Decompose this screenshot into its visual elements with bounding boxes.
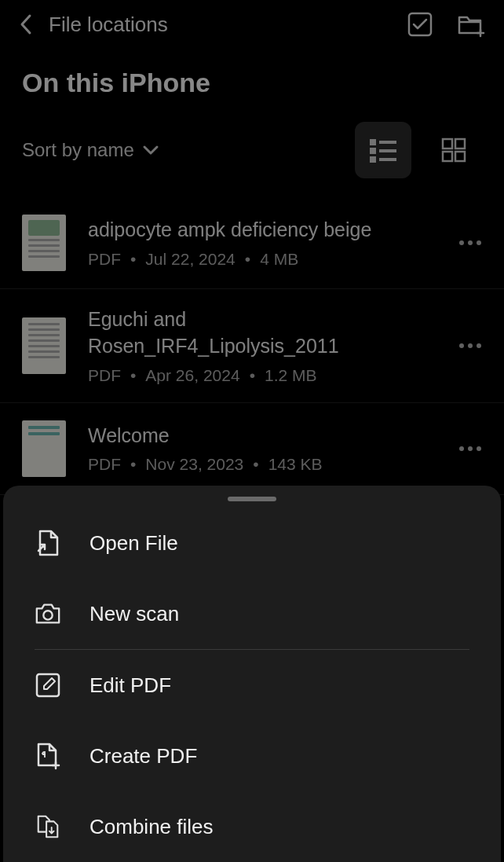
svg-point-20 <box>43 611 52 619</box>
file-list: adipocyte ampk deficiency beige PDF • Ju… <box>0 188 504 504</box>
file-size: 1.2 MB <box>265 366 317 385</box>
svg-point-14 <box>459 343 464 348</box>
sheet-item-label: New scan <box>89 602 179 626</box>
sheet-open-file[interactable]: Open File <box>3 508 501 578</box>
file-meta: PDF • Jul 22, 2024 • 4 MB <box>88 250 436 269</box>
svg-rect-10 <box>455 152 465 161</box>
file-name: Eguchi and Rosen_IRF4_Lipolysis_2011 <box>88 306 436 360</box>
separator-dot: • <box>130 366 136 385</box>
separator-dot: • <box>253 455 258 474</box>
more-horiz-icon <box>458 240 482 246</box>
file-thumbnail <box>22 317 66 374</box>
header: File locations <box>0 0 504 49</box>
svg-rect-6 <box>379 158 396 161</box>
checkbox-icon <box>407 11 433 38</box>
file-more-button[interactable] <box>458 446 482 452</box>
separator-dot: • <box>245 250 250 269</box>
sheet-item-label: Open File <box>89 531 178 556</box>
combine-files-icon <box>35 813 61 840</box>
separator-dot: • <box>130 455 136 474</box>
grid-view-button[interactable] <box>425 122 482 178</box>
file-date: Nov 23, 2023 <box>145 455 243 474</box>
sheet-item-label: Combine files <box>89 815 214 839</box>
file-size: 143 KB <box>268 455 323 474</box>
file-info: Welcome PDF • Nov 23, 2023 • 143 KB <box>88 423 436 475</box>
svg-point-17 <box>459 446 464 451</box>
svg-point-18 <box>468 446 473 451</box>
view-toggle <box>355 122 482 178</box>
file-date: Jul 22, 2024 <box>145 250 235 269</box>
more-horiz-icon <box>458 446 482 452</box>
sheet-drag-handle[interactable] <box>228 497 276 501</box>
svg-rect-4 <box>379 149 396 152</box>
file-name: adipocyte ampk deficiency beige <box>88 217 436 244</box>
file-name: Welcome <box>88 423 436 449</box>
folder-plus-icon <box>457 11 485 38</box>
svg-rect-0 <box>409 13 431 35</box>
page-title: On this iPhone <box>0 49 504 106</box>
sheet-combine-files[interactable]: Combine files <box>3 791 501 862</box>
svg-point-19 <box>477 446 481 451</box>
svg-rect-8 <box>455 139 465 149</box>
svg-point-12 <box>468 240 473 245</box>
svg-rect-7 <box>443 139 452 149</box>
grid-icon <box>440 137 467 163</box>
separator-dot: • <box>250 366 255 385</box>
svg-rect-21 <box>37 674 59 696</box>
chevron-down-icon <box>142 145 159 156</box>
pdf-plus-icon <box>35 743 61 769</box>
file-type: PDF <box>88 455 121 474</box>
more-horiz-icon <box>458 343 482 349</box>
svg-point-16 <box>477 343 481 348</box>
select-button[interactable] <box>407 11 433 38</box>
edit-icon <box>35 672 61 699</box>
file-size: 4 MB <box>260 250 298 269</box>
toolbar: Sort by name <box>0 106 504 188</box>
svg-rect-3 <box>370 148 376 154</box>
svg-rect-9 <box>443 152 452 161</box>
list-view-button[interactable] <box>355 122 411 178</box>
svg-rect-2 <box>379 141 396 144</box>
file-open-icon <box>35 530 61 556</box>
sheet-item-label: Edit PDF <box>89 673 171 698</box>
action-sheet: Open File New scan Edit PDF <box>3 486 501 862</box>
sheet-edit-pdf[interactable]: Edit PDF <box>3 650 501 721</box>
file-more-button[interactable] <box>458 240 482 246</box>
file-info: adipocyte ampk deficiency beige PDF • Ju… <box>88 217 436 269</box>
file-more-button[interactable] <box>458 343 482 349</box>
new-folder-button[interactable] <box>457 11 485 38</box>
file-type: PDF <box>88 366 121 385</box>
sheet-create-pdf[interactable]: Create PDF <box>3 721 501 791</box>
file-thumbnail <box>22 420 66 477</box>
file-row[interactable]: Eguchi and Rosen_IRF4_Lipolysis_2011 PDF… <box>0 289 504 403</box>
file-type: PDF <box>88 250 121 269</box>
header-title[interactable]: File locations <box>49 13 393 37</box>
file-row[interactable]: Welcome PDF • Nov 23, 2023 • 143 KB <box>0 403 504 495</box>
svg-point-15 <box>468 343 473 348</box>
file-meta: PDF • Apr 26, 2024 • 1.2 MB <box>88 366 436 385</box>
svg-point-11 <box>459 240 464 245</box>
svg-point-13 <box>477 240 481 245</box>
sheet-item-label: Create PDF <box>89 744 197 768</box>
chevron-left-icon <box>19 13 35 36</box>
file-thumbnail <box>22 215 66 271</box>
list-icon <box>368 137 398 163</box>
file-row[interactable]: adipocyte ampk deficiency beige PDF • Ju… <box>0 197 504 289</box>
sort-label: Sort by name <box>22 139 134 161</box>
file-meta: PDF • Nov 23, 2023 • 143 KB <box>88 455 436 474</box>
file-date: Apr 26, 2024 <box>145 366 239 385</box>
svg-rect-1 <box>370 139 376 145</box>
back-button[interactable] <box>19 13 35 36</box>
sheet-new-scan[interactable]: New scan <box>3 578 501 649</box>
separator-dot: • <box>130 250 136 269</box>
camera-icon <box>35 600 61 627</box>
file-info: Eguchi and Rosen_IRF4_Lipolysis_2011 PDF… <box>88 306 436 385</box>
svg-rect-5 <box>370 156 376 163</box>
sort-button[interactable]: Sort by name <box>22 139 159 161</box>
